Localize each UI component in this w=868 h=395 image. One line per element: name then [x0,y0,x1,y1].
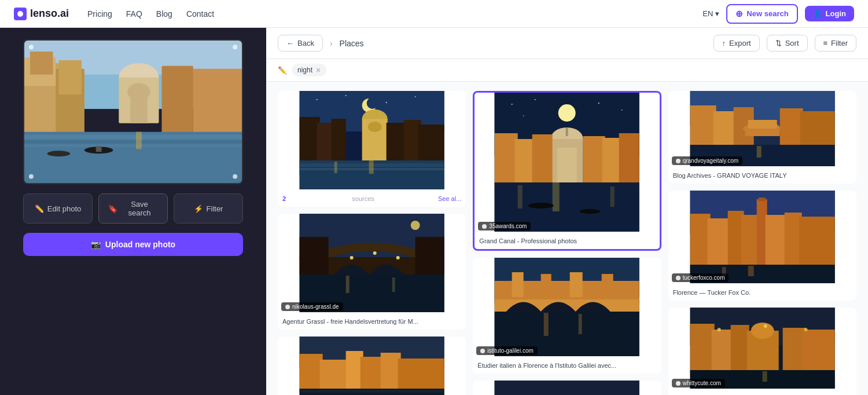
edit-tag-icon: ✏️ [278,66,287,75]
tag-label: night [297,66,312,74]
login-button[interactable]: 👤 Login [805,6,854,21]
sort-icon: ⇅ [775,39,782,47]
svg-rect-15 [24,135,242,140]
svg-point-33 [367,97,378,109]
badge-dot-2 [482,224,487,229]
nav-faq[interactable]: FAQ [126,9,142,19]
card-image-col2-3 [473,381,661,395]
svg-point-25 [233,174,237,179]
left-panel: ✏️ Edit photo 🔖 Save search ⚡ Filter 📷 U… [0,28,266,395]
back-button[interactable]: ← Back [278,35,323,52]
svg-rect-99 [541,274,551,297]
svg-rect-69 [300,390,444,393]
main-layout: ✏️ Edit photo 🔖 Save search ⚡ Filter 📷 U… [0,0,868,395]
svg-rect-47 [334,162,337,173]
navbar: lenso.ai Pricing FAQ Blog Contact EN ▾ ⊕… [0,0,868,28]
right-panel: ← Back › Places ↑ Export ⇅ Sort ≡ Filter… [266,28,868,395]
svg-rect-101 [602,274,613,297]
filter-icon: ⚡ [194,204,203,213]
svg-point-146 [763,324,767,328]
filter-button-right[interactable]: ≡ Filter [815,35,856,52]
svg-rect-13 [193,69,242,138]
source-badge-tucker: tuckerfoxco.com [672,273,729,282]
svg-point-93 [580,209,601,214]
edit-photo-button[interactable]: ✏️ Edit photo [23,193,93,224]
badge-dot-galilei [480,349,485,353]
sort-button[interactable]: ⇅ Sort [767,35,808,52]
see-all-link-1[interactable]: See al... [438,195,461,202]
result-col-2: 35awards.com Grand Canal - Professional … [473,91,661,395]
svg-point-59 [396,256,400,259]
photo-preview [23,39,243,184]
plus-icon: ⊕ [735,9,743,19]
save-icon: 🔖 [108,204,117,213]
svg-rect-133 [748,266,753,276]
night-tag[interactable]: night × [292,64,326,76]
svg-rect-137 [690,324,714,376]
sources-label: sources [352,195,374,202]
svg-point-57 [350,256,354,259]
svg-rect-129 [765,215,787,272]
nav-contact[interactable]: Contact [186,9,214,19]
svg-point-58 [373,251,377,255]
svg-rect-17 [24,144,242,147]
source-badge-grassl: nikolaus-grassl.de [281,302,343,311]
svg-rect-89 [553,182,560,211]
svg-point-74 [535,99,536,100]
upload-new-photo-button[interactable]: 📷 Upload new photo [23,233,243,256]
result-col-1: 2 sources See al... [278,91,466,395]
card-image-col1-3 [278,337,466,395]
filter-icon-right: ≡ [823,39,828,47]
svg-rect-128 [758,198,765,201]
tag-remove-icon[interactable]: × [316,66,321,74]
nav-blog[interactable]: Blog [156,9,172,19]
svg-rect-12 [161,66,193,138]
filter-button-left[interactable]: ⚡ Filter [174,193,243,224]
search-toolbar: ← Back › Places ↑ Export ⇅ Sort ≡ Filter [266,28,868,59]
result-card-kioskana[interactable]: whittycute.com 2 sources See all Travel … [668,308,856,395]
svg-point-28 [317,99,318,100]
svg-rect-106 [495,381,639,395]
svg-rect-11 [130,90,148,123]
results-area: 2 sources See al... [266,82,868,395]
logo[interactable]: lenso.ai [14,8,69,20]
svg-rect-19 [96,146,102,152]
svg-point-50 [411,221,420,230]
card-image-kioskana: whittycute.com [668,308,856,391]
svg-rect-103 [544,313,549,336]
result-card-col1-3[interactable] [278,337,466,395]
badge-dot-kioskana [676,381,681,386]
nav-pricing[interactable]: Pricing [87,9,112,19]
new-search-button[interactable]: ⊕ New search [726,4,797,24]
card-image-galilei: istituto-galilei.com [473,258,661,359]
svg-rect-104 [579,314,582,334]
result-card-grand-voyage[interactable]: qrandvoyageitaly.com Blog Archives - GRA… [668,91,856,184]
breadcrumb-places: Places [340,39,364,48]
card-title-galilei: Étudier italien à Florence à l'Istituto … [477,362,616,369]
source-badge-grand-canal: 35awards.com [478,222,531,231]
svg-point-92 [528,203,554,209]
svg-point-24 [29,174,34,179]
card-title-grassl: Agentur Grassl - freie Handelsvertretung… [282,318,418,325]
card-title-grand-canal: Grand Canal - Professional photos [479,237,577,244]
svg-rect-81 [566,127,568,136]
result-card-galilei[interactable]: istituto-galilei.com Étudier italien à F… [473,258,661,374]
svg-rect-143 [803,330,834,376]
result-card-tucker[interactable]: tuckerfoxco.com Florence — Tucker Fox Co… [668,191,856,301]
card-footer-galilei: Étudier italien à Florence à l'Istituto … [473,359,661,374]
result-card-1[interactable]: 2 sources See al... [278,91,466,207]
badge-dot-tucker [676,276,681,280]
svg-point-141 [751,323,774,339]
result-card-grand-canal[interactable]: 35awards.com Grand Canal - Professional … [473,91,661,251]
svg-point-147 [804,328,807,331]
svg-point-31 [415,96,416,97]
svg-rect-115 [745,127,779,136]
save-search-button[interactable]: 🔖 Save search [98,193,168,224]
language-selector[interactable]: EN ▾ [703,9,719,18]
export-button[interactable]: ↑ Export [713,35,760,52]
svg-point-77 [523,115,524,116]
svg-rect-91 [610,186,615,207]
result-card-col2-3[interactable] [473,381,661,395]
result-card-grassl[interactable]: nikolaus-grassl.de Agentur Grassl - frei… [278,214,466,330]
chevron-down-icon: ▾ [715,9,719,18]
